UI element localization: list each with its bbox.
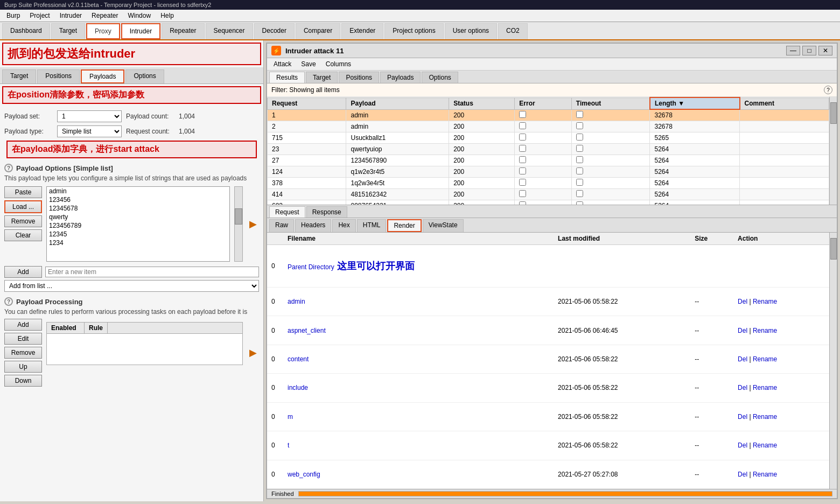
render-tab-render[interactable]: Render <box>387 219 421 232</box>
file-row-6[interactable]: 0 t 2021-05-06 05:58:22 -- Del | Rename <box>267 431 829 460</box>
result-row-5[interactable]: 124 q1w2e3r4t5 200 5264 <box>268 166 829 177</box>
file-link-4[interactable]: include <box>288 384 308 391</box>
file-link-1[interactable]: admin <box>288 298 305 305</box>
clear-button[interactable]: Clear <box>4 229 42 241</box>
col-payload[interactable]: Payload <box>346 97 449 109</box>
tab-co2[interactable]: CO2 <box>498 23 528 39</box>
tab-intruder[interactable]: Intruder <box>121 23 160 39</box>
scrollbar-thumb[interactable] <box>235 208 242 225</box>
del-link-6[interactable]: Del <box>738 442 747 449</box>
result-row-8[interactable]: 603 0987654321 200 5264 <box>268 200 829 205</box>
file-link-2[interactable]: aspnet_client <box>288 327 326 334</box>
file-link-6[interactable]: t <box>288 442 289 449</box>
result-row-7[interactable]: 414 4815162342 200 5264 <box>268 188 829 200</box>
file-row-7[interactable]: 0 web_config 2021-05-27 05:27:08 -- Del … <box>267 460 829 488</box>
remove-button[interactable]: Remove <box>4 215 42 227</box>
file-row-2[interactable]: 0 aspnet_client 2021-05-06 06:46:45 -- D… <box>267 316 829 345</box>
file-row-3[interactable]: 0 content 2021-05-06 05:58:22 -- Del | R… <box>267 345 829 373</box>
menu-attack[interactable]: Attack <box>269 59 296 69</box>
render-tab-viewstate[interactable]: ViewState <box>423 219 464 232</box>
minimize-button[interactable]: — <box>786 46 800 55</box>
tab-comparer[interactable]: Comparer <box>296 23 340 39</box>
processing-remove-button[interactable]: Remove <box>4 347 42 359</box>
col-status[interactable]: Status <box>449 97 515 109</box>
render-tab-raw[interactable]: Raw <box>269 219 294 232</box>
attack-tab-payloads[interactable]: Payloads <box>380 72 421 83</box>
file-link-0[interactable]: Parent Directory <box>288 263 334 271</box>
add-from-list-select[interactable]: Add from list ... <box>4 280 259 292</box>
attack-tab-target[interactable]: Target <box>306 72 338 83</box>
del-link-4[interactable]: Del <box>738 384 747 391</box>
rename-link-5[interactable]: Rename <box>753 413 777 421</box>
result-row-2[interactable]: 715 Usuckballz1 200 5265 <box>268 132 829 143</box>
menu-project[interactable]: Project <box>25 11 54 20</box>
payload-item-5[interactable]: 123456789 <box>47 221 229 230</box>
attack-tab-options[interactable]: Options <box>422 72 458 83</box>
tab-target[interactable]: Target <box>51 23 85 39</box>
tab-user-options[interactable]: User options <box>445 23 497 39</box>
rename-link-2[interactable]: Rename <box>753 327 777 334</box>
sub-tab-options[interactable]: Options <box>125 69 164 83</box>
sub-tab-positions[interactable]: Positions <box>37 69 80 83</box>
tab-extender[interactable]: Extender <box>341 23 383 39</box>
tab-decoder[interactable]: Decoder <box>254 23 295 39</box>
del-link-5[interactable]: Del <box>738 413 747 421</box>
file-link-7[interactable]: web_config <box>288 471 320 478</box>
del-link-1[interactable]: Del <box>738 298 747 305</box>
file-scrollbar-thumb[interactable] <box>830 238 837 260</box>
file-row-4[interactable]: 0 include 2021-05-06 05:58:22 -- Del | R… <box>267 374 829 402</box>
maximize-button[interactable]: □ <box>802 46 816 55</box>
file-link-5[interactable]: m <box>288 413 293 421</box>
rename-link-6[interactable]: Rename <box>753 442 777 449</box>
result-row-0[interactable]: 1 admin 200 32678 <box>268 109 829 121</box>
render-tab-hex[interactable]: Hex <box>332 219 355 232</box>
payload-set-select[interactable]: 1 <box>57 110 122 122</box>
payload-type-select[interactable]: Simple list <box>57 125 122 137</box>
payload-item-4[interactable]: qwerty <box>47 213 229 221</box>
close-button[interactable]: ✕ <box>818 46 832 55</box>
tab-project-options[interactable]: Project options <box>384 23 443 39</box>
del-link-3[interactable]: Del <box>738 355 747 363</box>
rename-link-4[interactable]: Rename <box>753 384 777 391</box>
paste-button[interactable]: Paste <box>4 186 42 198</box>
menu-window[interactable]: Window <box>123 11 155 20</box>
add-button[interactable]: Add <box>4 266 42 278</box>
sub-tab-payloads[interactable]: Payloads <box>81 69 124 83</box>
help-icon[interactable]: ? <box>824 86 832 94</box>
render-tab-html[interactable]: HTML <box>357 219 387 232</box>
processing-edit-button[interactable]: Edit <box>4 333 42 345</box>
tab-repeater[interactable]: Repeater <box>162 23 204 39</box>
result-row-4[interactable]: 27 1234567890 200 5264 <box>268 155 829 166</box>
col-error[interactable]: Error <box>515 97 572 109</box>
result-row-1[interactable]: 2 admin 200 32678 <box>268 121 829 132</box>
menu-intruder[interactable]: Intruder <box>55 11 86 20</box>
file-row-1[interactable]: 0 admin 2021-05-06 05:58:22 -- Del | Ren… <box>267 287 829 316</box>
menu-burp[interactable]: Burp <box>2 11 24 20</box>
attack-tab-positions[interactable]: Positions <box>339 72 379 83</box>
payload-item-1[interactable]: admin <box>47 187 229 195</box>
payload-item-6[interactable]: 12345 <box>47 230 229 239</box>
processing-up-button[interactable]: Up <box>4 361 42 373</box>
tab-dashboard[interactable]: Dashboard <box>2 23 50 39</box>
menu-repeater[interactable]: Repeater <box>87 11 122 20</box>
load-button[interactable]: Load ... <box>4 200 42 213</box>
bottom-tab-request[interactable]: Request <box>269 206 305 218</box>
col-comment[interactable]: Comment <box>740 97 829 109</box>
list-scrollbar[interactable] <box>234 186 243 262</box>
file-row-5[interactable]: 0 m 2021-05-06 05:58:22 -- Del | Rename <box>267 402 829 431</box>
rename-link-3[interactable]: Rename <box>753 355 777 363</box>
attack-tab-results[interactable]: Results <box>269 72 305 83</box>
rename-link-1[interactable]: Rename <box>753 298 777 305</box>
render-tab-headers[interactable]: Headers <box>295 219 331 232</box>
result-row-6[interactable]: 378 1q2w3e4r5t 200 5264 <box>268 177 829 188</box>
file-row-0[interactable]: 0 Parent Directory 这里可以打开界面 <box>267 245 829 288</box>
new-item-input[interactable] <box>45 267 259 277</box>
menu-help[interactable]: Help <box>156 11 178 20</box>
tab-proxy[interactable]: Proxy <box>86 23 120 39</box>
results-scrollbar[interactable] <box>829 97 837 205</box>
payload-item-7[interactable]: 1234 <box>47 239 229 247</box>
processing-add-button[interactable]: Add <box>4 319 42 331</box>
payload-item-3[interactable]: 12345678 <box>47 204 229 213</box>
results-scrollbar-thumb[interactable] <box>830 102 837 124</box>
menu-save[interactable]: Save <box>297 59 320 69</box>
